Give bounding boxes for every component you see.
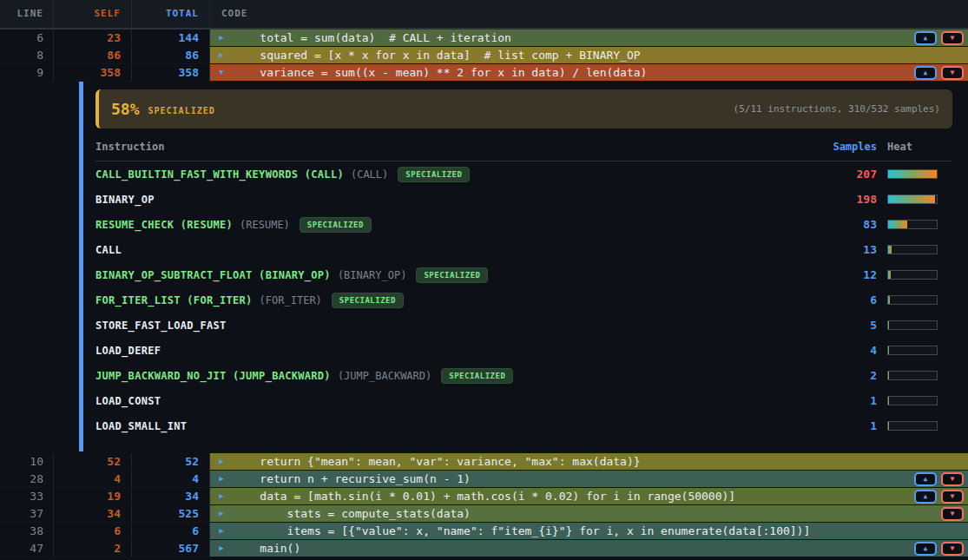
instruction-rows: CALL_BUILTIN_FAST_WITH_KEYWORDS (CALL) (… bbox=[95, 161, 952, 438]
code-line-row: 33 19 34 ▶ data = [math.sin(i * 0.01) + … bbox=[0, 488, 968, 505]
samples-value: 4 bbox=[790, 344, 877, 357]
total-column-header[interactable]: TOTAL bbox=[132, 0, 210, 28]
opcode-name: RESUME_CHECK (RESUME) bbox=[95, 219, 233, 231]
expanded-detail-panel: 58% SPECIALIZED (5/11 instructions, 310/… bbox=[0, 82, 968, 453]
code-cell[interactable]: ▶ total = sum(data) # CALL + iteration ▲… bbox=[210, 30, 968, 46]
heat-bar-fill bbox=[888, 296, 890, 304]
code-text: squared = [x * x for x in data] # list c… bbox=[233, 47, 641, 63]
move-down-button[interactable]: ▼ bbox=[941, 472, 964, 486]
top-code-rows: 6 23 144 ▶ total = sum(data) # CALL + it… bbox=[0, 30, 968, 82]
heat-bar bbox=[877, 194, 952, 204]
samples-value: 2 bbox=[790, 369, 877, 382]
opcode-name: JUMP_BACKWARD_NO_JIT (JUMP_BACKWARD) bbox=[95, 370, 331, 382]
opcode-name: LOAD_DEREF bbox=[95, 345, 161, 357]
heat-bar bbox=[877, 245, 952, 254]
code-cell[interactable]: ▶ return n + recursive_sum(n - 1) ▲▼ bbox=[210, 471, 968, 487]
code-cell[interactable]: ▶ items = [{"value": x, "name": f"item_{… bbox=[210, 523, 968, 539]
instruction-row: FOR_ITER_LIST (FOR_ITER) (FOR_ITER) SPEC… bbox=[95, 287, 952, 313]
heat-bar-track bbox=[887, 396, 938, 405]
opcode-name: CALL bbox=[95, 244, 122, 256]
opcode-name: BINARY_OP bbox=[95, 194, 155, 206]
total-sample-count: 567 bbox=[132, 540, 210, 557]
heat-column-header: Heat bbox=[877, 141, 952, 153]
self-column-header[interactable]: SELF bbox=[54, 0, 132, 28]
specialized-badge: SPECIALIZED bbox=[441, 368, 513, 384]
instruction-row: LOAD_DEREF 4 bbox=[95, 338, 952, 363]
move-down-button[interactable]: ▼ bbox=[941, 66, 964, 80]
heat-bar bbox=[877, 270, 952, 280]
total-sample-count: 144 bbox=[132, 30, 210, 46]
line-number: 47 bbox=[0, 540, 54, 557]
expand-arrow-icon[interactable]: ▶ bbox=[210, 505, 233, 522]
heat-bar bbox=[877, 421, 952, 431]
expand-arrow-icon[interactable]: ▶ bbox=[210, 488, 233, 504]
heat-bar bbox=[877, 220, 952, 229]
expand-arrow-icon[interactable]: ▶ bbox=[210, 30, 233, 46]
row-buttons: ▲▼ bbox=[914, 490, 968, 504]
instruction-row: RESUME_CHECK (RESUME) (RESUME) SPECIALIZ… bbox=[95, 212, 952, 237]
row-buttons: ▼ bbox=[941, 507, 968, 521]
move-up-button[interactable]: ▲ bbox=[914, 472, 937, 486]
code-cell[interactable]: ▶ stats = compute_stats(data) ▼ bbox=[210, 505, 968, 522]
heat-bar bbox=[877, 346, 952, 355]
move-down-button[interactable]: ▼ bbox=[941, 507, 964, 521]
move-down-button[interactable]: ▼ bbox=[941, 31, 964, 45]
row-buttons: ▲▼ bbox=[914, 472, 968, 486]
heat-bar-fill bbox=[888, 195, 935, 203]
move-up-button[interactable]: ▲ bbox=[914, 542, 937, 556]
instruction-row: CALL 13 bbox=[95, 237, 952, 262]
bottom-code-rows: 10 52 52 ▶ return {"mean": mean, "var": … bbox=[0, 453, 968, 557]
samples-value: 5 bbox=[790, 319, 877, 332]
code-line-row: 47 2 567 ▶ main() ▲▼ bbox=[0, 540, 968, 557]
self-sample-count: 34 bbox=[54, 505, 132, 522]
self-sample-count: 358 bbox=[54, 64, 132, 81]
expand-arrow-icon[interactable]: ▶ bbox=[210, 540, 233, 557]
total-sample-count: 525 bbox=[132, 505, 210, 522]
samples-column-header[interactable]: Samples bbox=[790, 141, 877, 153]
heat-bar bbox=[877, 320, 952, 330]
total-sample-count: 4 bbox=[132, 471, 210, 487]
code-line-row: 9 358 358 ▼ variance = sum((x - mean) **… bbox=[0, 64, 968, 82]
instruction-row: JUMP_BACKWARD_NO_JIT (JUMP_BACKWARD) (JU… bbox=[95, 363, 952, 388]
code-text: return n + recursive_sum(n - 1) bbox=[233, 471, 471, 487]
move-up-button[interactable]: ▲ bbox=[914, 490, 937, 504]
expand-arrow-icon[interactable]: ▶ bbox=[210, 47, 233, 63]
code-cell[interactable]: ▶ main() ▲▼ bbox=[210, 540, 968, 557]
heat-bar-fill bbox=[888, 170, 937, 178]
code-text: stats = compute_stats(data) bbox=[233, 505, 471, 522]
instruction-row: LOAD_CONST 1 bbox=[95, 388, 952, 413]
instruction-column-header: Instruction bbox=[95, 141, 790, 153]
code-cell[interactable]: ▶ squared = [x * x for x in data] # list… bbox=[210, 47, 968, 63]
expand-arrow-icon[interactable]: ▶ bbox=[210, 453, 233, 470]
move-up-button[interactable]: ▲ bbox=[914, 66, 937, 80]
total-sample-count: 52 bbox=[132, 453, 210, 470]
instruction-row: BINARY_OP_SUBTRACT_FLOAT (BINARY_OP) (BI… bbox=[95, 262, 952, 287]
move-down-button[interactable]: ▼ bbox=[941, 542, 964, 556]
move-down-button[interactable]: ▼ bbox=[941, 490, 964, 504]
heat-bar-track bbox=[887, 220, 938, 229]
code-cell[interactable]: ▶ return {"mean": mean, "var": variance,… bbox=[210, 453, 968, 470]
expand-arrow-icon[interactable]: ▶ bbox=[210, 471, 233, 487]
expand-arrow-icon[interactable]: ▼ bbox=[210, 64, 233, 81]
profiler-window: LINE SELF TOTAL CODE 6 23 144 ▶ total = … bbox=[0, 0, 968, 557]
samples-value: 207 bbox=[790, 168, 877, 181]
base-opcode-name: (BINARY_OP) bbox=[338, 269, 406, 281]
expand-arrow-icon[interactable]: ▶ bbox=[210, 523, 233, 539]
opcode-name: STORE_FAST_LOAD_FAST bbox=[95, 320, 227, 332]
code-cell[interactable]: ▼ variance = sum((x - mean) ** 2 for x i… bbox=[210, 64, 968, 81]
heat-bar-fill bbox=[888, 372, 889, 379]
move-up-button[interactable]: ▲ bbox=[914, 31, 937, 45]
specialization-summary: (5/11 instructions, 310/532 samples) bbox=[734, 103, 940, 115]
base-opcode-name: (CALL) bbox=[351, 168, 388, 181]
line-number: 9 bbox=[0, 64, 54, 81]
samples-value: 13 bbox=[790, 243, 877, 256]
heat-bar bbox=[877, 371, 952, 380]
expansion-connector-line bbox=[79, 82, 83, 451]
table-header: LINE SELF TOTAL CODE bbox=[0, 0, 968, 30]
code-cell[interactable]: ▶ data = [math.sin(i * 0.01) + math.cos(… bbox=[210, 488, 968, 504]
samples-value: 1 bbox=[790, 419, 877, 432]
row-buttons: ▲▼ bbox=[914, 542, 968, 556]
specialized-badge: SPECIALIZED bbox=[416, 267, 488, 283]
line-number: 38 bbox=[0, 523, 54, 539]
self-sample-count: 86 bbox=[54, 47, 132, 63]
